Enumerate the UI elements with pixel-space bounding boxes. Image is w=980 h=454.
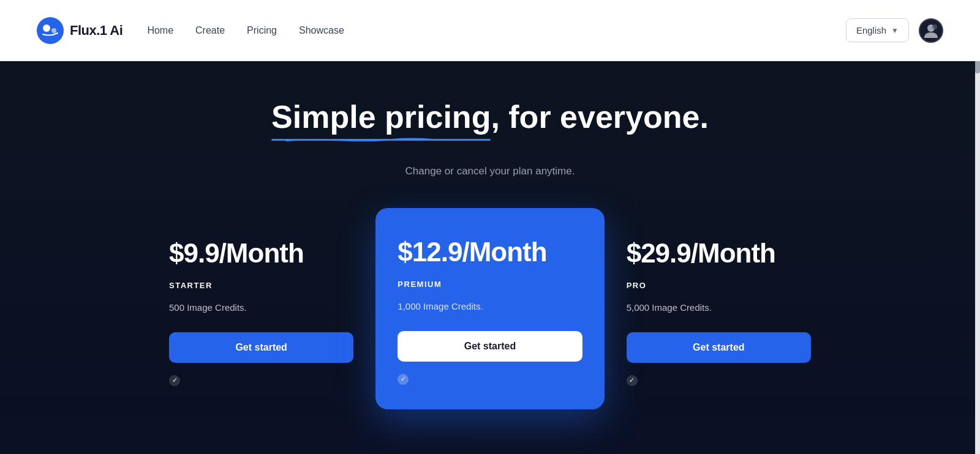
pro-price: $29.9/Month: [627, 239, 811, 268]
premium-cta-button[interactable]: Get started: [398, 331, 582, 362]
logo[interactable]: Flux.1 Ai: [37, 17, 123, 44]
svg-point-0: [37, 17, 64, 44]
svg-point-1: [43, 24, 50, 32]
main-content: Simple pricing, for everyone. Change or …: [0, 61, 980, 454]
user-avatar[interactable]: [919, 18, 943, 43]
title-underline-decoration: [284, 135, 455, 144]
pricing-container: $9.9/Month STARTER 500 Image Credits. Ge…: [123, 214, 858, 410]
starter-plan-name: STARTER: [169, 281, 353, 290]
scrollbar[interactable]: [975, 0, 980, 454]
premium-credits: 1,000 Image Credits.: [398, 301, 582, 311]
hero-section: Simple pricing, for everyone. Change or …: [271, 98, 709, 177]
premium-price: $12.9/Month: [398, 237, 582, 267]
pricing-card-starter: $9.9/Month STARTER 500 Image Credits. Ge…: [147, 214, 375, 410]
chevron-down-icon: ▼: [891, 26, 899, 35]
main-nav: Home Create Pricing Showcase: [147, 25, 344, 36]
pricing-card-premium: $12.9/Month PREMIUM 1,000 Image Credits.…: [375, 208, 604, 409]
hero-title: Simple pricing, for everyone.: [271, 98, 709, 136]
starter-price: $9.9/Month: [169, 239, 353, 268]
nav-item-home[interactable]: Home: [147, 25, 173, 36]
logo-text: Flux.1 Ai: [70, 23, 123, 39]
check-icon: ✓: [169, 375, 180, 386]
premium-plan-name: PREMIUM: [398, 280, 582, 289]
nav-item-showcase[interactable]: Showcase: [299, 25, 344, 36]
pro-plan-name: PRO: [627, 281, 811, 290]
pro-feature-1: ✓: [627, 375, 811, 386]
pro-cta-button[interactable]: Get started: [627, 332, 811, 363]
header: Flux.1 Ai Home Create Pricing Showcase E…: [0, 0, 980, 61]
premium-feature-1: ✓: [398, 374, 582, 385]
language-selector[interactable]: English ▼: [846, 18, 909, 42]
nav-item-create[interactable]: Create: [195, 25, 225, 36]
pro-credits: 5,000 Image Credits.: [627, 302, 811, 313]
starter-cta-button[interactable]: Get started: [169, 332, 353, 363]
svg-point-2: [51, 28, 56, 33]
header-left: Flux.1 Ai Home Create Pricing Showcase: [37, 17, 344, 44]
user-icon: [922, 22, 940, 39]
check-icon-pro: ✓: [627, 375, 638, 386]
check-icon-premium: ✓: [398, 374, 409, 385]
header-right: English ▼: [846, 18, 943, 43]
svg-point-4: [932, 24, 937, 29]
language-label: English: [856, 25, 886, 35]
hero-title-underlined: Simple pricing: [271, 98, 491, 136]
starter-feature-1: ✓: [169, 375, 353, 386]
starter-credits: 500 Image Credits.: [169, 302, 353, 313]
hero-subtitle: Change or cancel your plan anytime.: [271, 165, 709, 177]
nav-item-pricing[interactable]: Pricing: [247, 25, 277, 36]
logo-icon: [37, 17, 64, 44]
pricing-card-pro: $29.9/Month PRO 5,000 Image Credits. Get…: [605, 214, 833, 410]
